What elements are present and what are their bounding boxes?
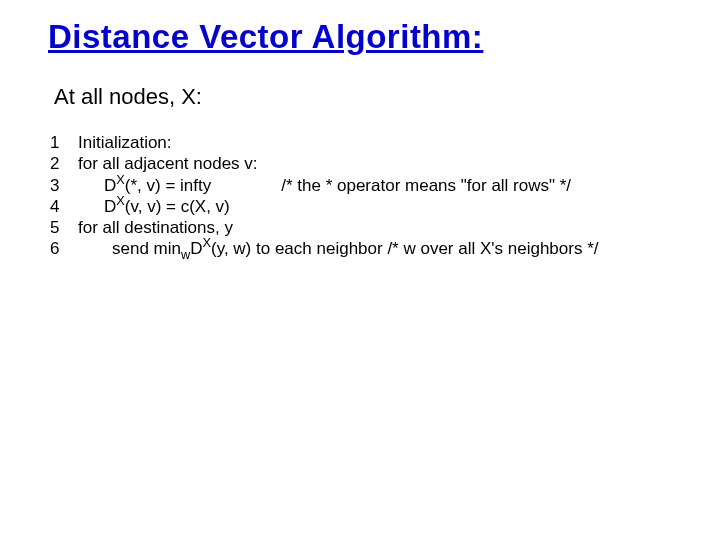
line-number: 1 [50,132,72,153]
code-text: Initialization: [72,132,172,153]
code-text: send minwDX(y, w) to each neighbor /* w … [72,238,599,259]
code-text: for all adjacent nodes v: [72,153,258,174]
code-line-1: 1 Initialization: [50,132,680,153]
comment: /* the * operator means "for all rows" *… [281,176,571,195]
code-line-5: 5 for all destinations, y [50,217,680,238]
line-number: 5 [50,217,72,238]
subscript-w: w [181,247,190,262]
code-text: DX(*, v) = infty/* the * operator means … [72,175,571,196]
slide-title: Distance Vector Algorithm: [48,18,680,56]
code-line-2: 2 for all adjacent nodes v: [50,153,680,174]
pseudocode-block: 1 Initialization: 2 for all adjacent nod… [50,132,680,260]
slide-subhead: At all nodes, X: [54,84,680,110]
slide: Distance Vector Algorithm: At all nodes,… [0,0,720,260]
line-number: 3 [50,175,72,196]
code-line-3: 3 DX(*, v) = infty/* the * operator mean… [50,175,680,196]
rest: (v, v) = c(X, v) [125,197,230,216]
var-d: D [104,176,116,195]
rest: (y, w) to each neighbor /* w over all X'… [211,239,599,258]
code-line-4: 4 DX(v, v) = c(X, v) [50,196,680,217]
superscript-x: X [116,172,125,187]
line-number: 4 [50,196,72,217]
send-prefix: send min [112,239,181,258]
superscript-x: X [116,193,125,208]
var-d: D [190,239,202,258]
code-text: DX(v, v) = c(X, v) [72,196,230,217]
superscript-x: X [202,235,211,250]
code-line-6: 6 send minwDX(y, w) to each neighbor /* … [50,238,680,259]
line-number: 6 [50,238,72,259]
args: (*, v) = infty [125,176,211,195]
line-number: 2 [50,153,72,174]
var-d: D [104,197,116,216]
